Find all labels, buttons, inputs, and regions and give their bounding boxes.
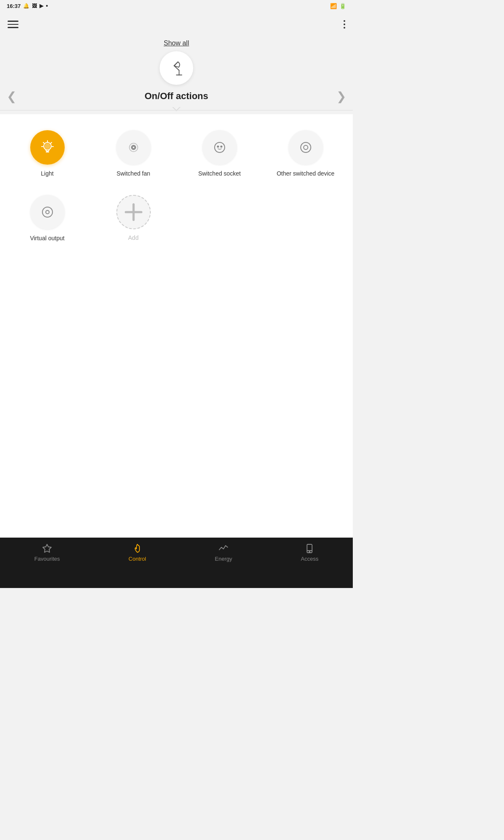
android-system-bar (0, 567, 353, 588)
star-icon (42, 543, 52, 554)
svg-point-17 (220, 146, 222, 147)
add-label: Add (128, 234, 139, 241)
switched-fan-label: Switched fan (116, 170, 150, 177)
svg-point-11 (45, 143, 50, 149)
next-section-button[interactable]: ❯ (336, 89, 346, 103)
device-grid-row2: Virtual output Add (0, 187, 353, 256)
svg-point-20 (42, 207, 52, 217)
dot-indicator: • (46, 3, 48, 9)
svg-point-27 (309, 551, 310, 552)
empty-slot-3 (176, 187, 262, 248)
svg-point-19 (304, 145, 308, 150)
switched-socket-label: Switched socket (198, 170, 241, 177)
plus-icon (117, 196, 150, 228)
bottom-nav: Favourites Control Energy Access (0, 538, 353, 567)
svg-point-12 (132, 146, 135, 149)
fan-icon (126, 139, 142, 155)
show-all-section: Show all (0, 37, 353, 51)
favourites-label: Favourites (34, 556, 60, 562)
hamburger-menu-button[interactable] (8, 21, 18, 28)
section-header: ❮ On/Off actions ❯ (0, 91, 353, 102)
show-all-link[interactable]: Show all (164, 39, 189, 47)
virtual-output-icon-circle (30, 195, 65, 229)
nav-favourites[interactable]: Favourites (26, 540, 68, 565)
access-label: Access (301, 556, 318, 562)
section-divider (0, 106, 353, 114)
nav-energy[interactable]: Energy (207, 540, 241, 565)
svg-point-13 (129, 143, 138, 152)
time-display: 16:37 (7, 3, 21, 9)
device-switched-socket[interactable]: Switched socket (176, 123, 262, 183)
battery-icon: 🔋 (339, 3, 346, 9)
status-right-icons: 📶 🔋 (330, 3, 346, 9)
virtual-output-icon (39, 204, 55, 220)
svg-point-15 (215, 142, 225, 152)
control-label: Control (129, 556, 146, 562)
status-bar: 16:37 🔔 🖼 ▶ • 📶 🔋 (0, 0, 353, 12)
empty-slot-4 (262, 187, 349, 248)
switched-socket-icon-circle (202, 130, 237, 165)
youtube-icon: ▶ (39, 3, 43, 9)
device-grid-row1: Light Switched fan Switched socket (0, 114, 353, 187)
top-nav (0, 12, 353, 37)
svg-line-6 (51, 142, 52, 143)
svg-point-16 (217, 146, 218, 147)
light-label: Light (41, 170, 53, 177)
header-icon-wrapper (0, 51, 353, 85)
header-icon-circle (160, 51, 193, 85)
other-switched-icon-circle (289, 130, 323, 165)
energy-icon (218, 543, 229, 554)
light-bulb-icon (39, 139, 55, 155)
device-switched-fan[interactable]: Switched fan (90, 123, 176, 183)
add-device-button[interactable]: Add (90, 187, 176, 248)
wifi-icon: 📶 (330, 3, 337, 9)
notification-icon: 🔔 (23, 3, 29, 9)
add-icon-circle (116, 195, 151, 229)
other-device-icon (298, 139, 314, 155)
svg-line-8 (43, 142, 44, 143)
socket-icon (212, 139, 228, 155)
device-virtual-output[interactable]: Virtual output (4, 187, 90, 248)
switched-fan-icon-circle (116, 130, 151, 165)
prev-section-button[interactable]: ❮ (7, 89, 16, 103)
lamp-icon (167, 59, 186, 77)
other-switched-label: Other switched device (277, 170, 335, 177)
device-other-switched[interactable]: Other switched device (262, 123, 349, 183)
divider-triangle (172, 107, 181, 111)
svg-marker-24 (43, 544, 51, 552)
virtual-output-label: Virtual output (30, 234, 64, 242)
section-title: On/Off actions (144, 91, 208, 102)
device-light[interactable]: Light (4, 123, 90, 183)
svg-point-18 (301, 142, 311, 152)
access-icon (304, 543, 315, 554)
control-hand-icon (132, 543, 143, 554)
nav-access[interactable]: Access (292, 540, 327, 565)
more-options-button[interactable] (344, 20, 345, 29)
light-icon-circle (30, 130, 65, 165)
energy-label: Energy (215, 556, 232, 562)
svg-point-21 (46, 210, 49, 214)
photos-icon: 🖼 (32, 3, 37, 9)
empty-content-area (0, 256, 353, 550)
nav-control[interactable]: Control (120, 540, 155, 565)
status-time: 16:37 🔔 🖼 ▶ • (7, 3, 48, 9)
